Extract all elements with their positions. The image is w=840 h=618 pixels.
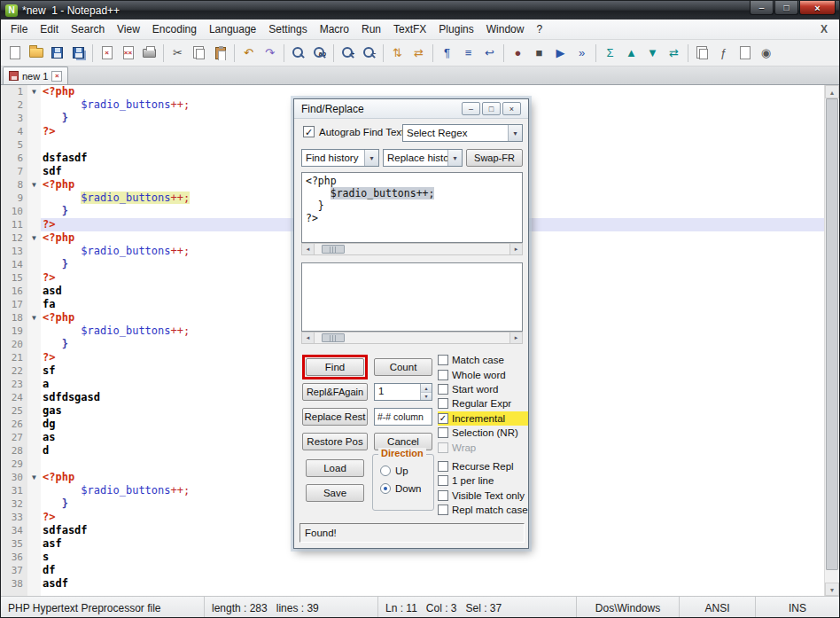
scroll-left-arrow-icon[interactable]: ◂ (302, 244, 315, 254)
find-hscrollbar[interactable]: ◂ ▸ (301, 243, 523, 255)
dropdown-arrow-icon[interactable]: ▾ (364, 150, 378, 166)
menu-item-textfx[interactable]: TextFX (387, 20, 432, 38)
dialog-maximize-button[interactable]: □ (482, 102, 501, 115)
fold-marker-icon[interactable]: ▼ (27, 231, 41, 245)
save-button[interactable]: Save (306, 484, 364, 502)
radio-selected-icon[interactable] (380, 483, 391, 494)
vertical-scrollbar[interactable]: ▴ ▾ (824, 85, 839, 596)
paste-icon-button[interactable] (210, 43, 230, 64)
checkbox-box-icon[interactable] (438, 461, 448, 472)
column-range-input[interactable]: #-# column (374, 408, 432, 426)
editor-line-36[interactable]: 36s (1, 551, 824, 564)
checkbox-repl-match-case[interactable]: Repl match case (438, 503, 528, 517)
undo-icon-button[interactable]: ↶ (238, 43, 259, 64)
fold-marker-icon[interactable]: ▼ (27, 85, 41, 98)
doc-map-icon-button[interactable] (735, 43, 755, 64)
close-button[interactable]: × (799, 1, 836, 15)
menu-item-help[interactable]: ? (530, 20, 548, 38)
select-regex-dropdown[interactable]: Select Regex ▾ (402, 124, 523, 142)
dialog-close-button[interactable]: × (502, 102, 521, 115)
doc-switcher-icon-button[interactable] (692, 43, 712, 64)
checkbox-box-icon[interactable] (438, 398, 448, 409)
menu-item-edit[interactable]: Edit (34, 20, 65, 38)
dropdown-arrow-icon[interactable]: ▾ (508, 125, 522, 141)
fold-marker-icon[interactable]: ▼ (27, 471, 41, 484)
count-button[interactable]: Count (374, 358, 432, 376)
checkbox-match-case[interactable]: Match case (438, 353, 528, 367)
find-history-dropdown[interactable]: Find history ▾ (301, 149, 379, 167)
show-all-chars-icon-button[interactable]: ¶ (437, 43, 457, 64)
direction-up-radio[interactable]: Up (380, 465, 433, 476)
save-all-icon-button[interactable] (68, 43, 89, 64)
zoom-out-icon-button[interactable]: − (359, 43, 379, 64)
scrollbar-thumb[interactable] (322, 245, 345, 254)
function-list-icon-button[interactable]: ƒ (713, 43, 734, 64)
scroll-right-arrow-icon[interactable]: ▸ (509, 332, 522, 343)
checkbox-start-word[interactable]: Start word (438, 382, 528, 396)
sync-horizontal-icon-button[interactable]: ⇄ (408, 43, 429, 64)
minimize-button[interactable]: – (750, 1, 774, 15)
menu-item-window[interactable]: Window (480, 20, 531, 38)
menu-item-search[interactable]: Search (65, 20, 111, 38)
scrollbar-thumb[interactable] (826, 98, 838, 570)
new-file-icon-button[interactable] (4, 43, 25, 64)
macro-stop-icon-button[interactable]: ■ (529, 43, 549, 64)
cut-icon-button[interactable]: ✂ (167, 43, 188, 64)
save-icon-button[interactable] (47, 43, 67, 64)
macro-play-icon-button[interactable]: ▶ (550, 43, 571, 64)
fold-marker-icon[interactable]: ▼ (27, 178, 41, 192)
editor-line-37[interactable]: 37df (1, 564, 824, 577)
replace-rest-button[interactable]: Replace Rest (302, 408, 368, 426)
scrollbar-thumb[interactable] (322, 333, 345, 342)
find-text-area[interactable]: <?php $radio_buttons++; }?> (301, 172, 523, 243)
sync-vertical-icon-button[interactable]: ⇅ (387, 43, 408, 64)
maximize-button[interactable]: □ (774, 1, 798, 15)
checkbox-visible-text-only[interactable]: Visible Text only (438, 489, 528, 503)
checkbox-box-icon[interactable] (438, 505, 448, 515)
textfx-swap-icon-button[interactable]: ⇄ (664, 43, 684, 64)
editor-line-38[interactable]: 38asdf (1, 577, 824, 591)
indent-guide-icon-button[interactable]: ≡ (458, 43, 478, 64)
zoom-in-icon-button[interactable]: + (338, 43, 358, 64)
menu-item-file[interactable]: File (4, 20, 34, 38)
snapshot-icon-button[interactable]: ◉ (756, 43, 776, 64)
menu-item-view[interactable]: View (111, 20, 146, 38)
checkbox-box-icon[interactable] (438, 355, 448, 365)
menu-item-settings[interactable]: Settings (262, 20, 313, 38)
titlebar[interactable]: N *new 1 - Notepad++ – □ × (1, 1, 839, 20)
checkbox-recurse-repl[interactable]: Recurse Repl (438, 459, 528, 473)
checkbox-incremental[interactable]: ✓Incremental (438, 411, 528, 426)
scroll-left-arrow-icon[interactable]: ◂ (302, 332, 315, 343)
autograb-checkbox[interactable]: ✓ Autograb Find Text (303, 126, 404, 137)
direction-down-radio[interactable]: Down (380, 483, 433, 494)
spinner-up-arrow-icon[interactable]: ▴ (421, 384, 432, 393)
checkbox-box-icon[interactable] (438, 490, 448, 501)
print-icon-button[interactable] (139, 43, 159, 64)
replace-hscrollbar[interactable]: ◂ ▸ (301, 332, 523, 344)
replace-find-again-button[interactable]: Repl&FAgain (302, 383, 368, 401)
checkbox-box-icon[interactable] (438, 384, 448, 395)
menu-item-run[interactable]: Run (355, 20, 387, 38)
radio-icon[interactable] (380, 465, 391, 476)
macro-run-multiple-icon-button[interactable]: » (572, 43, 592, 64)
dialog-minimize-button[interactable]: – (462, 102, 480, 115)
editor-line-1[interactable]: 1▼<?php (1, 85, 824, 98)
checkbox-box-icon[interactable] (438, 370, 448, 380)
menu-item-encoding[interactable]: Encoding (146, 20, 203, 38)
checkbox-box-icon[interactable]: ✓ (438, 413, 448, 424)
word-wrap-icon-button[interactable]: ↩ (479, 43, 500, 64)
open-folder-icon-button[interactable] (26, 43, 46, 64)
copy-icon-button[interactable] (189, 43, 209, 64)
menu-item-language[interactable]: Language (203, 20, 262, 38)
load-button[interactable]: Load (306, 459, 364, 477)
dialog-titlebar[interactable]: Find/Replace – □ × (294, 99, 528, 119)
scroll-right-arrow-icon[interactable]: ▸ (509, 244, 522, 254)
scroll-down-arrow-icon[interactable]: ▾ (825, 583, 839, 596)
replace-text-area[interactable] (301, 262, 523, 332)
swap-fr-button[interactable]: Swap-FR (466, 149, 523, 167)
macro-record-icon-button[interactable]: ● (508, 43, 528, 64)
textfx-sum-icon-button[interactable]: Σ (600, 43, 620, 64)
scroll-up-arrow-icon[interactable]: ▴ (825, 85, 839, 98)
replace-icon-button[interactable]: ab (309, 43, 330, 64)
close-file-icon-button[interactable]: × (97, 43, 117, 64)
